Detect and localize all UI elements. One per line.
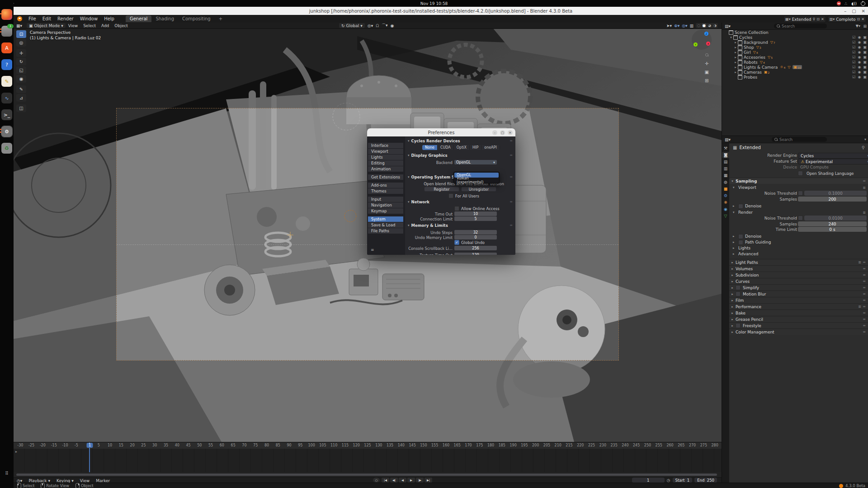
hide-viewport-eye-icon[interactable]: ◉	[858, 70, 861, 74]
global-undo-checkbox[interactable]: ✓	[454, 240, 459, 245]
disable-render-camera-icon[interactable]: ▣	[863, 50, 867, 54]
tool-scale[interactable]: ◱	[16, 66, 26, 74]
expand-arrow-icon[interactable]: ▸	[734, 46, 737, 49]
selectable-checkbox-icon[interactable]: ☑	[852, 50, 855, 54]
disable-render-camera-icon[interactable]: ▣	[863, 45, 867, 49]
selectable-checkbox-icon[interactable]: ☑	[852, 60, 855, 64]
subpanel-checkbox[interactable]	[738, 240, 743, 245]
delete-view-layer-icon[interactable]: ✕	[861, 17, 864, 21]
selectable-checkbox-icon[interactable]: ☑	[852, 70, 855, 74]
panel-checkbox[interactable]	[736, 291, 741, 296]
section-memory-limits[interactable]: ▾Memory & Limits	[408, 223, 448, 228]
dock-item-help[interactable]: ?	[1, 59, 12, 70]
connection-limit-field[interactable]: 5	[454, 216, 497, 221]
tool-move[interactable]: ✛	[16, 49, 26, 57]
shading-material-preview-button[interactable]: ◕	[708, 23, 712, 28]
drag-handle-icon[interactable]: ≡	[509, 223, 513, 227]
rd-noise-checkbox[interactable]	[798, 216, 803, 221]
section-cycles-devices[interactable]: ▾Cycles Render Devices	[408, 139, 460, 143]
feature-set-dropdown[interactable]: ⚠ Experimental▾	[798, 159, 868, 164]
pan-hand-icon[interactable]: ✛	[705, 61, 709, 66]
timeline-tracks[interactable]	[14, 449, 722, 472]
screen-record-icon[interactable]	[837, 1, 841, 5]
mode-dropdown[interactable]: ▣ Object Mode ▾	[27, 23, 66, 28]
maximize-button[interactable]: ▢	[852, 9, 856, 14]
timeline-menu-keying[interactable]: Keying▾	[53, 479, 77, 483]
properties-tab-output[interactable]: ▤	[722, 159, 729, 165]
expand-arrow-icon[interactable]: ▸	[734, 41, 737, 44]
panel-checkbox[interactable]	[736, 285, 741, 290]
drag-handle-icon[interactable]: ≡	[509, 200, 513, 204]
pin-icon[interactable]: ⚲	[862, 145, 865, 150]
device-option-hip[interactable]: HIP	[470, 145, 481, 150]
prefs-sidebar-animation[interactable]: Animation	[368, 166, 403, 172]
menu-help[interactable]: Help	[101, 16, 118, 21]
device-option-cuda[interactable]: CUDA	[438, 145, 454, 150]
rd-samples-value[interactable]: 240	[798, 221, 867, 226]
auto-key-record-button[interactable]: ○	[373, 478, 380, 483]
scene-selector[interactable]: ▦▾ Extended ⚲ ⊡ ✕	[783, 16, 826, 23]
panel-subdivision[interactable]: ▸Subdivision≡	[729, 272, 868, 278]
properties-options-icon[interactable]: ▾	[864, 137, 866, 141]
system-tray[interactable]: ∴ ◖))	[837, 0, 866, 7]
dock-item-firefox[interactable]	[1, 9, 12, 20]
workspace-tab-add[interactable]: +	[215, 15, 226, 22]
transport-play-reverse-button[interactable]: ◀	[399, 478, 406, 483]
expand-arrow-icon[interactable]: ▸	[734, 70, 737, 74]
xray-toggle[interactable]: ▥	[690, 23, 694, 28]
panel-color-management[interactable]: ▸Color Management≡	[729, 328, 868, 335]
properties-tab-render[interactable]: ◙	[722, 152, 729, 158]
proportional-editing-icon[interactable]: ◉	[391, 23, 394, 28]
object-type-visibility-dropdown[interactable]: ➤▾	[666, 23, 672, 28]
selectable-checkbox-icon[interactable]: ☑	[852, 45, 855, 49]
device-option-optix[interactable]: OptiX	[454, 145, 470, 150]
disable-render-camera-icon[interactable]: ▣	[863, 60, 867, 64]
properties-tab-scene[interactable]: ▦	[722, 172, 729, 178]
outliner-row-accesories[interactable]: ▸Accesories▽5☑◉▣	[722, 55, 868, 60]
selectable-checkbox-icon[interactable]: ☑	[852, 75, 855, 79]
outliner-row-lights-camera[interactable]: ▸Lights & Camera☼4▽▣10☑◉▣	[722, 65, 868, 70]
drag-handle-icon[interactable]: ≡	[863, 292, 866, 296]
orientation-dropdown[interactable]: ↻ Global ▾	[339, 23, 365, 28]
prefs-sidebar-lights[interactable]: Lights	[368, 155, 403, 160]
new-view-layer-icon[interactable]: ⊡	[857, 17, 860, 21]
subpanel-lights[interactable]: ▸Lights	[733, 245, 867, 251]
backend-dropdown[interactable]: OpenGL ▾	[454, 160, 497, 164]
panel-motion-blur[interactable]: ▸Motion Blur≡	[729, 291, 868, 297]
properties-tab-physics[interactable]: ◉	[722, 206, 729, 212]
shading-solid-button[interactable]: ●	[702, 23, 706, 28]
prefs-sidebar-navigation[interactable]: Navigation	[368, 202, 403, 208]
panel-performance[interactable]: ▸Performance≣≡	[729, 303, 868, 310]
selectable-checkbox-icon[interactable]: ☑	[852, 35, 855, 39]
playhead-frame-badge[interactable]: 1	[87, 443, 93, 448]
expand-arrow-icon[interactable]: ▸	[734, 51, 737, 54]
mesh-data-icon[interactable]: ▽	[788, 65, 790, 69]
shading-wireframe-button[interactable]: ◌	[697, 23, 701, 28]
all-users-checkbox[interactable]	[448, 193, 453, 198]
vp-noise-value[interactable]: 0.1000	[804, 191, 867, 196]
disable-render-camera-icon[interactable]: ▣	[863, 75, 867, 79]
device-option-oneapi[interactable]: oneAPI	[481, 145, 500, 150]
undo-steps-field[interactable]: 32	[454, 230, 497, 235]
timeline-scrollbar[interactable]	[16, 474, 717, 476]
drag-handle-icon[interactable]: ≡	[863, 260, 866, 264]
start-frame-field[interactable]: Start 1	[673, 478, 693, 483]
mesh-data-icon[interactable]: ▽4	[760, 60, 765, 64]
menu-file[interactable]: File	[25, 16, 39, 21]
outliner-row-background[interactable]: ▸Background▽7☑◉▣	[722, 40, 868, 45]
panel-grease-pencil[interactable]: ▸Grease Pencil≡	[729, 316, 868, 322]
outliner-row-scene-collection[interactable]: Scene Collection	[722, 30, 868, 35]
panel-bake[interactable]: ▸Bake≡	[729, 310, 868, 316]
transport-prev-keyframe-button[interactable]: ◀|	[390, 478, 398, 483]
panel-volumes[interactable]: ▸Volumes≡	[729, 265, 868, 272]
prefs-sidebar-get-extensions[interactable]: Get Extensions	[368, 174, 403, 180]
tool-annotate[interactable]: ✎	[16, 85, 26, 93]
disable-render-camera-icon[interactable]: ▣	[863, 35, 867, 39]
dock-item-terminal[interactable]: >_	[1, 109, 12, 120]
panel-curves[interactable]: ▸Curves≡	[729, 278, 868, 284]
backend-option-vulkan[interactable]: Vulkan (experimental)	[454, 178, 499, 183]
outliner-row-girl[interactable]: ▸Girl▽4☑◉▣	[722, 50, 868, 55]
new-collection-icon[interactable]: ⊞	[863, 24, 867, 28]
timeline-editor[interactable]: -30-25-20-15-10-551015202530354045505560…	[14, 442, 722, 483]
osl-checkbox[interactable]	[798, 171, 803, 176]
